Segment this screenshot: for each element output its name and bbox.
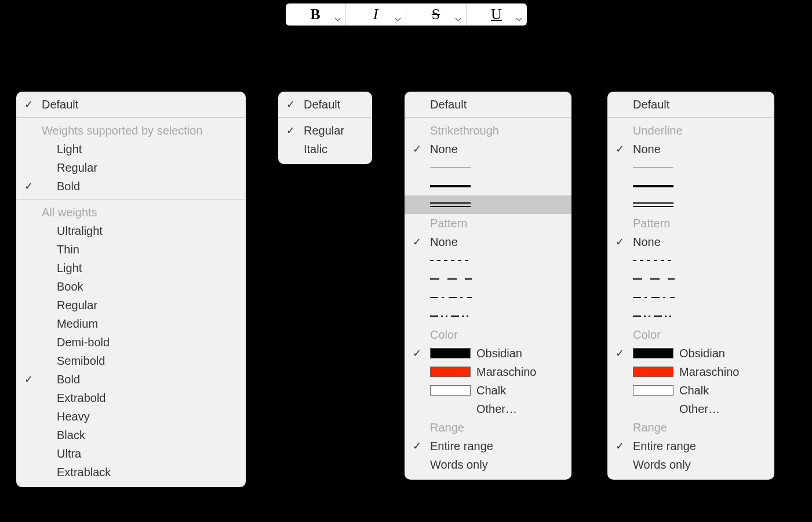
menu-item[interactable]: Book [16,277,246,296]
section-header-color: Color [405,325,571,344]
menu-item[interactable]: Thin [16,240,246,259]
check-icon: ✓ [24,178,33,194]
menu-item-color[interactable]: Chalk [405,381,571,400]
menu-item-range-words[interactable]: Words only [607,455,774,474]
menu-item-label: Bold [57,371,80,387]
menu-item-style-double[interactable] [405,195,571,214]
menu-item[interactable]: ✓Regular [278,121,372,140]
check-icon: ✓ [286,96,295,113]
menu-item-default[interactable]: Default [607,95,774,114]
menu-item-style-none[interactable]: ✓ None [405,140,571,158]
section-header-style: Underline [607,121,774,140]
menu-item[interactable]: Light [16,259,246,277]
menu-item[interactable]: Demi-bold [16,333,246,351]
menu-item-color[interactable]: Maraschino [607,362,774,381]
menu-item-range-entire[interactable]: ✓ Entire range [607,437,774,455]
menu-item[interactable]: Italic [278,140,372,158]
menu-item[interactable]: Semibold [16,351,246,370]
chevron-down-icon [516,17,522,22]
menu-item-color[interactable]: ✓Obsidian [607,344,774,362]
menu-item-pattern-dash-dot[interactable] [405,288,571,307]
menu-item-range-words[interactable]: Words only [405,455,571,474]
chevron-down-icon [455,17,461,22]
menu-item[interactable]: Extrabold [16,389,246,407]
menu-item-pattern-short-dash[interactable] [405,251,571,270]
check-icon: ✓ [413,141,421,157]
menu-item-label: Extrabold [57,390,106,406]
menu-item-style-double[interactable] [607,195,774,214]
menu-item-label: None [430,234,458,250]
italic-menu: ✓ Default ✓RegularItalic [278,92,372,164]
underline-label: U [491,7,502,22]
check-icon: ✓ [413,234,421,250]
menu-item[interactable]: Light [16,140,246,158]
menu-item-color[interactable]: Maraschino [405,362,571,381]
menu-item[interactable]: ✓Bold [16,370,246,389]
menu-item-pattern-none[interactable]: ✓ None [405,233,571,251]
menu-item-label: Ultra [57,445,81,462]
menu-item-style-thick[interactable] [607,177,774,195]
menu-item[interactable]: Ultralight [16,222,246,240]
menu-item-color-other[interactable]: Other… [405,400,571,418]
menu-item-style-none[interactable]: ✓ None [607,140,774,158]
menu-item-default[interactable]: ✓ Default [278,95,372,114]
menu-item-label: None [633,234,661,250]
pattern-preview [633,260,675,261]
menu-item[interactable]: ✓Bold [16,177,246,195]
menu-item-pattern-short-dash[interactable] [607,251,774,270]
check-icon: ✓ [413,345,421,361]
check-icon: ✓ [616,438,624,454]
menu-item-label: None [633,141,661,157]
menu-item-label: Obsidian [679,345,725,361]
menu-item-color[interactable]: ✓Obsidian [405,344,571,362]
menu-item-pattern-dash-dot-dot[interactable] [405,307,571,325]
menu-item-pattern-none[interactable]: ✓ None [607,233,774,251]
strikethrough-segment[interactable]: S [406,3,467,26]
menu-item-label: Italic [304,141,327,157]
menu-item-label: Black [57,427,85,443]
check-icon: ✓ [616,141,624,157]
line-preview-thick [430,182,471,190]
menu-item-pattern-long-dash[interactable] [607,270,774,288]
menu-item-pattern-dash-dot-dot[interactable] [607,307,774,325]
menu-item-pattern-long-dash[interactable] [405,270,571,288]
menu-item-style-thin[interactable] [607,158,774,177]
line-preview-thick [633,182,673,190]
menu-item-label: Ultralight [57,223,103,239]
menu-item-color-other[interactable]: Other… [607,400,774,418]
menu-item[interactable]: Regular [16,296,246,314]
menu-item[interactable]: Extrablack [16,463,246,481]
menu-item-default[interactable]: Default [405,95,571,114]
menu-item-style-thick[interactable] [405,177,571,195]
menu-item-label: Light [57,260,82,276]
menu-item[interactable]: Ultra [16,444,246,463]
menu-item-color[interactable]: Chalk [607,381,774,400]
menu-item[interactable]: Black [16,426,246,444]
text-style-toolbar: B I S U [286,3,527,26]
section-header-all: All weights [16,203,246,222]
check-icon: ✓ [413,438,421,454]
menu-item-label: Entire range [430,438,493,454]
menu-item-label: Book [57,278,83,295]
menu-item-range-entire[interactable]: ✓ Entire range [405,437,571,455]
strikethrough-menu: Default Strikethrough ✓ None Pattern ✓ N… [405,92,571,480]
menu-item[interactable]: Medium [16,314,246,333]
color-swatch [633,367,673,377]
italic-segment[interactable]: I [346,3,406,26]
section-header-supported: Weights supported by selection [16,121,246,140]
divider [405,117,571,118]
menu-item[interactable]: Heavy [16,407,246,426]
menu-item[interactable]: Regular [16,158,246,177]
menu-item-default[interactable]: ✓ Default [16,95,246,114]
bold-segment[interactable]: B [286,3,346,26]
underline-segment[interactable]: U [467,3,527,26]
menu-item-label: Regular [57,160,97,176]
menu-item-label: Regular [57,297,97,313]
menu-item-label: Other… [476,401,517,417]
menu-item-label: Default [304,96,340,113]
color-swatch [430,348,471,358]
menu-item-style-thin[interactable] [405,158,571,177]
menu-item-pattern-dash-dot[interactable] [607,288,774,307]
divider [278,117,372,118]
menu-item-label: Words only [633,456,691,473]
